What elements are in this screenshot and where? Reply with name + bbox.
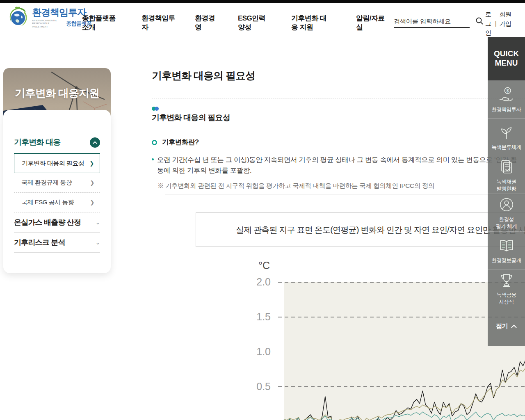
sprout-icon bbox=[498, 123, 516, 142]
main-content: 기후변화 대응의 필요성 기후변화 대응의 필요성 기후변화란? 오랜 기간(수… bbox=[152, 66, 525, 190]
sidebar-item-intl-esg-disclosure[interactable]: 국제 ESG 공시 동향 ❯ bbox=[14, 193, 100, 212]
sidebar-section-label: 기후리스크 분석 bbox=[14, 237, 65, 247]
nav-item-platform-intro[interactable]: 종합플랫폼 소개 bbox=[82, 14, 121, 32]
login-link[interactable]: 로그인 bbox=[485, 10, 492, 38]
sidebar-section-label: 기후변화 대응 bbox=[14, 137, 61, 148]
quickmenu-collapse-button[interactable]: 접기 bbox=[488, 307, 525, 346]
person-icon bbox=[498, 196, 516, 214]
quickmenu-item-green-taxonomy[interactable]: 녹색분류체계 bbox=[488, 118, 525, 156]
divider bbox=[14, 252, 100, 253]
document-check-icon bbox=[498, 158, 516, 176]
quickmenu-item-environmental-assessment[interactable]: 환경성 평가 체계 bbox=[488, 194, 525, 231]
svg-text:$: $ bbox=[506, 88, 509, 93]
quickmenu-item-environmental-disclosure[interactable]: 환경정보공개 bbox=[488, 231, 525, 269]
section-bullet-dots bbox=[152, 107, 161, 111]
sidebar-section-climate-response[interactable]: 기후변화 대응 bbox=[14, 137, 100, 148]
search-box bbox=[394, 15, 470, 28]
sidebar-section-climate-risk[interactable]: 기후리스크 분석 ⌄ bbox=[14, 233, 100, 252]
sidebar-item-label: 기후변화 대응의 필요성 bbox=[22, 160, 84, 167]
chevron-right-icon: ❯ bbox=[90, 199, 94, 205]
figure-title-box: 실제 관측된 지구 표면 온도(연평균) 변화와 인간 및 자연 요인/자연 요… bbox=[196, 212, 525, 247]
nav-item-esg-training[interactable]: ESG인력양성 bbox=[238, 14, 272, 32]
quick-menu-title[interactable]: QUICK MENU bbox=[488, 37, 525, 80]
question-title: 기후변화란? bbox=[162, 138, 199, 147]
site-logo[interactable]: 환경책임투자 AN ENVIRONMENTAL RESPONSIBLE INVE… bbox=[7, 6, 92, 29]
chevron-right-icon: ❯ bbox=[90, 160, 94, 167]
quickmenu-item-label: 녹색금융 시상식 bbox=[497, 292, 516, 306]
auth-links: 로그인 | 회원가입 bbox=[485, 10, 514, 38]
quickmenu-item-label: 녹색채권 발행현황 bbox=[497, 178, 516, 192]
sidebar-section-ghg-emissions[interactable]: 온실가스 배출량 산정 ⌄ bbox=[14, 212, 100, 232]
logo-subtitle-en: AN ENVIRONMENTAL RESPONSIBLE INVESTMENT bbox=[32, 19, 64, 29]
quickmenu-item-green-bond[interactable]: 녹색채권 발행현황 bbox=[488, 156, 525, 194]
dot-bullet-icon bbox=[152, 158, 154, 160]
quickmenu-item-label: 환경책임투자 bbox=[492, 106, 521, 113]
y-axis-unit-label: °C bbox=[258, 260, 270, 272]
nav-item-responsible-investment[interactable]: 환경책임투자 bbox=[142, 14, 179, 32]
body-paragraph: 오랜 기간(수십 년 또는 그 이상)동안 지속되면서 기후의 평균 상태나 그… bbox=[157, 154, 523, 176]
sidebar-menu: 기후변화 대응 기후변화 대응의 필요성 ❯ 국제 환경규제 동향 ❯ 국제 E… bbox=[3, 110, 111, 273]
sidebar-item-label: 국제 환경규제 동향 bbox=[21, 179, 72, 187]
sidebar-item-necessity[interactable]: 기후변화 대응의 필요성 ❯ bbox=[14, 154, 100, 173]
figure-title: 실제 관측된 지구 표면 온도(연평균) 변화와 인간 및 자연 요인/자연 요… bbox=[236, 224, 525, 235]
page-title: 기후변화 대응의 필요성 bbox=[152, 69, 525, 82]
search-icon[interactable] bbox=[475, 17, 484, 25]
top-black-strip bbox=[0, 0, 525, 3]
section-title: 기후변화 대응의 필요성 bbox=[152, 112, 525, 123]
reference-note: ※ 기후변화와 관련된 전 지구적 위험을 평가하고 국제적 대책을 마련하는 … bbox=[158, 182, 525, 190]
chevron-up-icon[interactable] bbox=[90, 137, 100, 148]
globe-leaf-logo-icon bbox=[7, 6, 30, 29]
trophy-icon bbox=[498, 271, 516, 289]
quick-menu-body: $ 환경책임투자 녹색분류체계 녹색채권 발행현황 bbox=[488, 80, 525, 346]
hand-coin-icon: $ bbox=[498, 86, 516, 104]
chevron-up-icon bbox=[511, 324, 517, 328]
collapse-label: 접기 bbox=[496, 322, 508, 330]
nav-item-notice-archive[interactable]: 알림/자료실 bbox=[356, 14, 389, 32]
chevron-down-icon: ⌄ bbox=[96, 219, 100, 226]
ring-bullet-icon bbox=[152, 140, 157, 145]
chevron-right-icon: ❯ bbox=[90, 180, 94, 186]
quickmenu-item-responsible-investment[interactable]: $ 환경책임투자 bbox=[488, 80, 525, 118]
divider bbox=[152, 98, 525, 98]
nav-item-climate-support[interactable]: 기후변화 대응 지원 bbox=[291, 14, 332, 32]
sidebar-banner-title: 기후변화 대응지원 bbox=[3, 86, 111, 100]
quickmenu-item-label: 환경정보공개 bbox=[492, 257, 521, 264]
search-input[interactable] bbox=[394, 18, 475, 25]
header: 환경책임투자 AN ENVIRONMENTAL RESPONSIBLE INVE… bbox=[0, 3, 525, 37]
quickmenu-item-label: 녹색분류체계 bbox=[492, 144, 521, 151]
sidebar-item-intl-regulation[interactable]: 국제 환경규제 동향 ❯ bbox=[14, 173, 100, 192]
quickmenu-item-green-finance-awards[interactable]: 녹색금융 시상식 bbox=[488, 269, 525, 307]
quickmenu-item-label: 환경성 평가 체계 bbox=[496, 216, 517, 230]
signup-link[interactable]: 회원가입 bbox=[499, 10, 514, 38]
sidebar-item-label: 국제 ESG 공시 동향 bbox=[21, 199, 74, 206]
sidebar-section-label: 온실가스 배출량 산정 bbox=[14, 217, 81, 227]
auth-separator: | bbox=[495, 19, 496, 38]
nav-item-environmental-management[interactable]: 환경경영 bbox=[195, 14, 221, 32]
open-book-icon bbox=[498, 237, 516, 255]
chevron-down-icon: ⌄ bbox=[96, 240, 100, 246]
quick-menu-panel: QUICK MENU $ 환경책임투자 녹색분류체계 bbox=[488, 37, 525, 346]
